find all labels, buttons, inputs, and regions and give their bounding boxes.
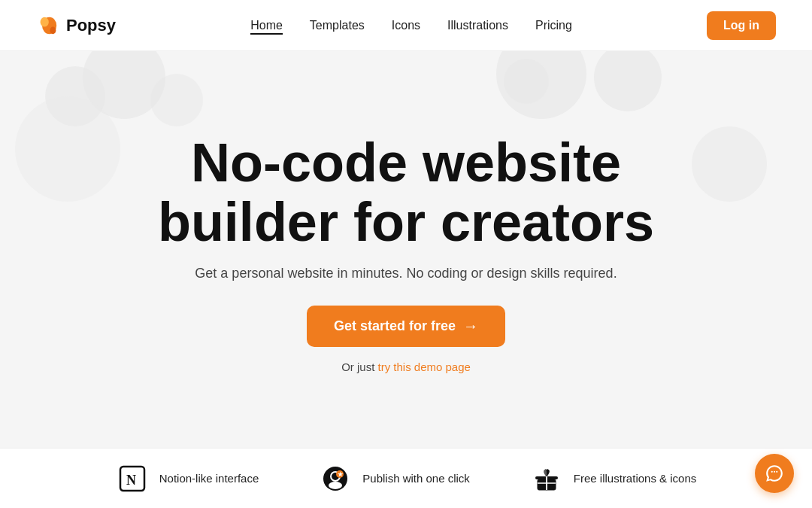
deco-circle-4 bbox=[594, 51, 662, 111]
publish-icon: ★ bbox=[319, 462, 352, 495]
nav-link-home[interactable]: Home bbox=[250, 19, 283, 35]
chat-icon bbox=[765, 464, 784, 483]
brand-name: Popsy bbox=[66, 16, 116, 35]
login-button[interactable]: Log in bbox=[707, 11, 776, 40]
cta-arrow-icon: → bbox=[463, 318, 478, 335]
svg-point-7 bbox=[329, 482, 342, 489]
nav-item-icons[interactable]: Icons bbox=[392, 19, 420, 32]
nav-link-illustrations[interactable]: Illustrations bbox=[447, 19, 508, 32]
nav-item-home[interactable]: Home bbox=[250, 19, 283, 32]
notion-icon: N bbox=[116, 462, 149, 495]
feature-notion: N Notion-like interface bbox=[116, 462, 259, 495]
feature-notion-label: Notion-like interface bbox=[159, 472, 259, 485]
hero-section: No-code website builder for creators Get… bbox=[0, 51, 812, 448]
svg-text:N: N bbox=[126, 473, 136, 488]
feature-publish: ★ Publish with one click bbox=[319, 462, 470, 495]
svg-point-2 bbox=[50, 26, 56, 34]
demo-prefix: Or just bbox=[341, 360, 377, 373]
feature-publish-label: Publish with one click bbox=[362, 472, 470, 485]
hero-title: No-code website builder for creators bbox=[143, 133, 669, 252]
deco-circle-8 bbox=[504, 59, 549, 104]
deco-circle-6 bbox=[692, 126, 767, 202]
navbar: Popsy Home Templates Icons Illustrations… bbox=[0, 0, 812, 51]
demo-link[interactable]: try this demo page bbox=[377, 360, 470, 373]
deco-circle-5 bbox=[15, 96, 120, 202]
nav-item-illustrations[interactable]: Illustrations bbox=[447, 19, 508, 32]
nav-links: Home Templates Icons Illustrations Prici… bbox=[250, 19, 572, 32]
feature-illustrations: Free illustrations & icons bbox=[530, 462, 696, 495]
nav-link-pricing[interactable]: Pricing bbox=[535, 19, 572, 32]
hero-subtitle: Get a personal website in minutes. No co… bbox=[195, 266, 617, 281]
logo[interactable]: Popsy bbox=[36, 14, 116, 38]
gift-icon bbox=[530, 462, 563, 495]
nav-item-templates[interactable]: Templates bbox=[310, 19, 365, 32]
feature-illustrations-label: Free illustrations & icons bbox=[574, 472, 696, 485]
cta-label: Get started for free bbox=[334, 318, 456, 334]
demo-link-text: Or just try this demo page bbox=[341, 360, 471, 373]
features-bar: N Notion-like interface ★ Publish with o… bbox=[0, 448, 812, 508]
nav-item-pricing[interactable]: Pricing bbox=[535, 19, 572, 32]
deco-circle-7 bbox=[150, 74, 203, 126]
cta-button[interactable]: Get started for free → bbox=[307, 306, 505, 347]
svg-text:★: ★ bbox=[338, 471, 344, 478]
chat-button[interactable] bbox=[755, 454, 794, 493]
popsy-logo-icon bbox=[36, 14, 60, 38]
nav-link-icons[interactable]: Icons bbox=[392, 19, 420, 32]
svg-point-1 bbox=[41, 17, 49, 26]
nav-link-templates[interactable]: Templates bbox=[310, 19, 365, 32]
